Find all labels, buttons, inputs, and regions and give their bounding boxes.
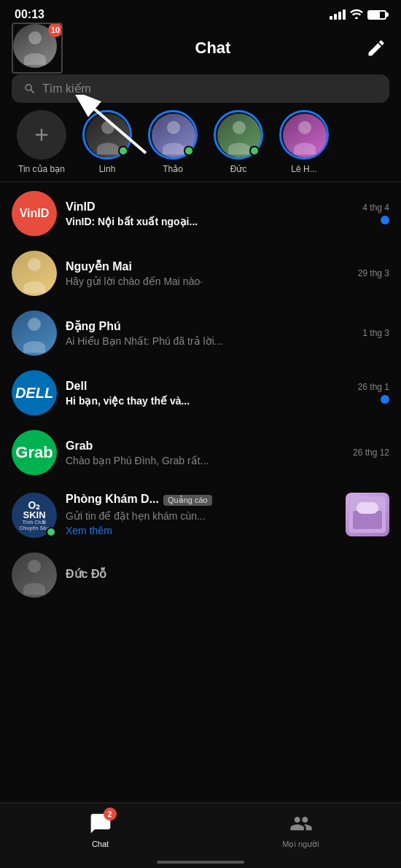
story-name-linh: Linh xyxy=(99,164,116,174)
chat-preview-phongkham: Gửi tin để đặt hẹn khám cùn... xyxy=(66,510,337,522)
chat-avatar-vinid: VinID xyxy=(12,191,57,236)
tab-bar: 2 Chat Mọi người xyxy=(0,802,401,868)
chat-name-vinid: VinID xyxy=(66,200,354,214)
chat-time-nguyenmai: 29 thg 3 xyxy=(358,268,389,278)
ad-name-row: Phòng Khám D... Quảng cáo xyxy=(66,493,337,508)
chat-item-phongkham[interactable]: O₂ SKIN Tinh ChấtChuyên Sâu Phòng Khám D… xyxy=(0,482,401,545)
story-add-label: Tin của bạn xyxy=(18,164,65,174)
signal-icon xyxy=(330,9,346,20)
story-ring-duc xyxy=(214,110,263,160)
avatar-badge: 10 xyxy=(48,23,63,37)
chat-preview-dangphu: Ai Hiểu Bạn Nhất: Phú đã trả lời... xyxy=(66,335,354,347)
story-ring-linh xyxy=(82,110,132,160)
add-story-button[interactable] xyxy=(17,110,66,160)
chat-time-vinid: 4 thg 4 xyxy=(362,203,389,213)
chat-meta-nguyenmai: 29 thg 3 xyxy=(358,268,389,278)
online-indicator-thao xyxy=(184,146,194,156)
story-add[interactable]: Tin của bạn xyxy=(9,110,74,174)
see-more-link[interactable]: Xem thêm xyxy=(66,525,337,536)
people-tab-icon xyxy=(289,812,313,835)
story-linh[interactable]: Linh xyxy=(74,110,140,174)
chat-meta-dell: 26 thg 1 xyxy=(358,382,389,404)
chat-list: VinID VinID VinID: Nội bất xuất ngoại...… xyxy=(0,184,401,605)
chat-tab-badge: 2 xyxy=(104,808,117,821)
tab-people-label: Mọi người xyxy=(282,840,319,849)
search-bar[interactable]: Tìm kiếm xyxy=(12,74,389,103)
chat-meta-dangphu: 1 thg 3 xyxy=(362,328,389,338)
story-name-duc: Đức xyxy=(230,164,247,174)
chat-item-nguyenmai[interactable]: Nguyễn Mai Hãy gửi lời chào đến Mai nào·… xyxy=(0,243,401,303)
chat-time-dangphu: 1 thg 3 xyxy=(362,328,389,338)
chat-item-grab[interactable]: Grab Grab Chào bạn Phú Đình, Grab rất...… xyxy=(0,423,401,482)
online-indicator-duc xyxy=(249,146,260,156)
chat-avatar-nguyenmai xyxy=(12,251,57,296)
chat-avatar-phongkham: O₂ SKIN Tinh ChấtChuyên Sâu xyxy=(12,493,57,538)
chat-item-dell[interactable]: DELL Dell Hi bạn, việc thay thế và... 26… xyxy=(0,363,401,423)
tab-people-icon-wrap xyxy=(288,810,314,837)
tab-chat-icon-wrap: 2 xyxy=(87,810,114,837)
svg-rect-5 xyxy=(357,502,378,514)
user-avatar-button[interactable]: 10 xyxy=(12,23,63,74)
chat-time-grab: 26 thg 12 xyxy=(353,447,389,458)
chat-preview-vinid: VinID: Nội bất xuất ngoại... xyxy=(66,216,354,227)
chat-avatar-grab: Grab xyxy=(12,430,57,475)
chat-avatar-dell: DELL xyxy=(12,370,57,415)
chat-info-grab: Grab Chào bạn Phú Đình, Grab rất... xyxy=(66,439,344,466)
story-duc[interactable]: Đức xyxy=(206,110,271,174)
story-avatar-leh xyxy=(283,114,327,157)
chat-info-vinid: VinID VinID: Nội bất xuất ngoại... xyxy=(66,200,354,227)
chat-name-dangphu: Đặng Phú xyxy=(66,319,354,333)
chat-info-ducdo: Đức Đỗ xyxy=(66,567,389,583)
chat-name-phongkham: Phòng Khám D... xyxy=(66,493,159,506)
chat-item-dangphu[interactable]: Đặng Phú Ai Hiểu Bạn Nhất: Phú đã trả lờ… xyxy=(0,303,401,363)
chat-info-phongkham: Phòng Khám D... Quảng cáo Gửi tin để đặt… xyxy=(66,493,337,536)
ad-badge-label: Quảng cáo xyxy=(163,495,212,506)
chat-preview-dell: Hi bạn, việc thay thế và... xyxy=(66,395,349,407)
chat-preview-grab: Chào bạn Phú Đình, Grab rất... xyxy=(66,455,344,466)
online-indicator-linh xyxy=(118,146,128,156)
header: 10 Chat xyxy=(0,26,401,70)
tab-chat-label: Chat xyxy=(92,840,109,848)
ad-thumbnail xyxy=(346,493,389,536)
battery-icon xyxy=(367,10,386,20)
story-ring-thao xyxy=(148,110,198,160)
story-ring-leh xyxy=(279,110,329,160)
chat-preview-nguyenmai: Hãy gửi lời chào đến Mai nào· xyxy=(66,275,349,287)
status-time: 00:13 xyxy=(15,8,44,21)
story-name-thao: Thảo xyxy=(163,164,183,174)
chat-item-vinid[interactable]: VinID VinID VinID: Nội bất xuất ngoại...… xyxy=(0,184,401,243)
chat-avatar-ducdo xyxy=(12,552,57,598)
tab-people[interactable]: Mọi người xyxy=(200,810,401,849)
stories-row: Tin của bạn Linh Thảo Đức Lê H... xyxy=(0,110,401,181)
divider xyxy=(0,181,401,182)
chat-name-grab: Grab xyxy=(66,439,344,453)
svg-point-0 xyxy=(355,17,358,19)
status-icons xyxy=(330,9,386,21)
home-indicator xyxy=(157,861,244,864)
unread-dot-vinid xyxy=(381,216,389,224)
chat-name-dell: Dell xyxy=(66,380,349,393)
chat-name-ducdo: Đức Đỗ xyxy=(66,567,389,581)
chat-info-dell: Dell Hi bạn, việc thay thế và... xyxy=(66,380,349,407)
unread-dot-dell xyxy=(381,395,389,404)
story-thao[interactable]: Thảo xyxy=(140,110,206,174)
chat-meta-grab: 26 thg 12 xyxy=(353,447,389,458)
story-name-leh: Lê H... xyxy=(291,164,316,174)
chat-info-nguyenmai: Nguyễn Mai Hãy gửi lời chào đến Mai nào· xyxy=(66,259,349,287)
search-icon xyxy=(23,82,36,95)
compose-button[interactable] xyxy=(363,35,389,61)
chat-name-nguyenmai: Nguyễn Mai xyxy=(66,259,349,273)
chat-info-dangphu: Đặng Phú Ai Hiểu Bạn Nhất: Phú đã trả lờ… xyxy=(66,319,354,347)
page-title: Chat xyxy=(63,39,363,58)
online-dot-phongkham xyxy=(46,527,56,537)
search-placeholder: Tìm kiếm xyxy=(42,82,91,95)
wifi-icon xyxy=(350,9,363,21)
story-leh[interactable]: Lê H... xyxy=(271,110,337,174)
chat-avatar-dangphu xyxy=(12,310,57,356)
chat-time-dell: 26 thg 1 xyxy=(358,382,389,392)
tab-chat[interactable]: 2 Chat xyxy=(0,810,200,848)
chat-item-ducdo[interactable]: Đức Đỗ xyxy=(0,545,401,605)
chat-meta-vinid: 4 thg 4 xyxy=(362,203,389,224)
